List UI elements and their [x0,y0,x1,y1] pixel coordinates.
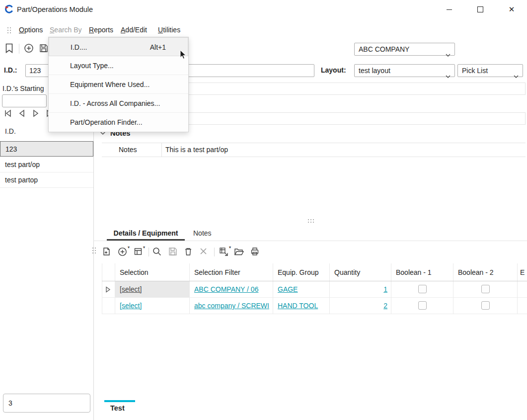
chevron-down-icon [446,70,451,82]
app-logo-icon [4,4,14,15]
new-record-icon [102,247,111,256]
toolbar-separator [149,248,149,256]
list-header: I.D. [5,127,16,135]
description-field[interactable] [146,83,526,95]
details-toolbar: ▾ ▾ ▾ [101,245,527,260]
dropdown-caret-icon: ▾ [229,245,231,250]
boolean-2-checkbox[interactable] [481,301,490,310]
close-button[interactable]: ✕ [500,0,523,19]
notes-row-label: Notes [119,146,137,154]
trash-icon [184,247,193,256]
list-item[interactable]: test partop [0,172,93,188]
nav-next-icon [31,108,41,118]
quantity-link[interactable]: 1 [334,285,387,293]
delete-button[interactable] [184,247,193,256]
minimize-icon [447,9,452,10]
bookmark-icon [5,43,13,53]
company-select-value: ABC COMPANY [359,45,409,53]
form-view-icon [134,247,143,256]
notes-row-value[interactable]: This is a test part/op [165,146,228,154]
nav-first-button[interactable] [3,108,13,118]
id-label: I.D.: [4,66,17,74]
menu-shortcut: Alt+1 [150,38,166,57]
quantity-link[interactable]: 2 [334,302,387,310]
menu-item-reports[interactable]: Reports [89,26,113,34]
menu-item-equipment-where-used[interactable]: Equipment Where Used... [49,75,188,94]
search-icon [152,247,161,256]
close-icon: ✕ [509,5,515,14]
list-item[interactable]: 123 [0,141,93,157]
maximize-button[interactable] [469,0,492,19]
part-operations-module-window: Part/Operations Module ✕ Options Search … [0,0,527,420]
select-link[interactable]: [select] [120,285,142,293]
boolean-2-checkbox[interactable] [481,285,490,293]
equip-group-link[interactable]: HAND TOOL [278,302,318,310]
boolean-1-checkbox[interactable] [418,301,427,310]
splitter-handle[interactable] [308,219,314,223]
company-select[interactable]: ABC COMPANY [354,43,455,56]
add-button[interactable] [24,43,34,53]
list-item[interactable]: test part/op [0,157,93,172]
tab-details-equipment[interactable]: Details / Equipment [107,227,185,240]
cancel-button[interactable] [199,247,208,255]
select-link[interactable]: [select] [120,302,142,310]
column-header-selection-filter[interactable]: Selection Filter [194,268,240,276]
starting-with-input[interactable] [2,94,47,107]
bookmark-button[interactable] [5,43,13,53]
menu-item-utilities[interactable]: Utilities [158,26,180,34]
nav-prev-button[interactable] [17,108,27,118]
selection-filter-link[interactable]: ABC COMPANY / 06 [194,285,258,293]
panel-divider[interactable] [93,123,94,420]
window-title: Part/Operations Module [17,5,93,13]
menu-item-options[interactable]: Options [19,26,43,34]
record-count-input[interactable]: 3 [3,394,90,413]
tab-test[interactable]: Test [110,404,125,412]
minimize-button[interactable] [438,0,460,19]
column-header-partial[interactable]: E [520,268,525,276]
row-expander-icon[interactable] [105,286,111,293]
layout-select[interactable]: test layout [354,64,455,77]
menu-item-label: I.D. - Across All Companies... [70,99,160,107]
notes-grid-row: Notes This is a test part/op [102,143,526,157]
open-button[interactable] [234,248,244,256]
save-icon [168,247,177,256]
save-button[interactable] [168,247,177,256]
menubar-grip-handle[interactable] [7,27,11,34]
details-toolbar-grip[interactable] [92,248,96,254]
equip-group-link[interactable]: GAGE [278,285,298,293]
picklist-select[interactable]: Pick List [457,64,523,77]
save-record-button[interactable] [39,44,48,53]
nav-next-button[interactable] [31,108,41,118]
add-record-button[interactable] [102,247,111,256]
print-button[interactable] [250,247,259,256]
maximize-icon [477,6,483,12]
tabs-underline [93,241,527,241]
tab-notes[interactable]: Notes [193,227,212,240]
selection-filter-link[interactable]: abc company / SCREWI [194,302,270,310]
add-circle-icon [24,43,34,53]
add-row-button[interactable]: ▾ [118,247,127,256]
menu-item-id[interactable]: I.D.... Alt+1 [49,37,188,56]
toolbar-separator [214,248,215,256]
nav-first-icon [3,108,13,118]
column-header-boolean-1[interactable]: Boolean - 1 [396,268,432,276]
menu-item-search-by[interactable]: Search By [50,26,82,34]
boolean-1-checkbox[interactable] [418,285,427,293]
menu-item-id-across-all-companies[interactable]: I.D. - Across All Companies... [49,94,188,113]
export-grid-button[interactable]: ▾ [219,247,228,256]
menu-item-add-edit[interactable]: Add/Edit [121,26,147,34]
column-header-selection[interactable]: Selection [120,268,149,276]
bottom-tab-indicator [104,400,135,402]
layout-select-value: test layout [359,67,390,75]
menu-item-part-operation-finder[interactable]: Part/Operation Finder... [49,113,188,132]
form-view-button[interactable]: ▾ [134,247,143,256]
cancel-x-icon [199,247,208,255]
column-header-quantity[interactable]: Quantity [334,268,360,276]
column-header-equip-group[interactable]: Equip. Group [278,268,319,276]
column-header-boolean-2[interactable]: Boolean - 2 [458,268,494,276]
search-button[interactable] [152,247,161,256]
menu-item-label: Part/Operation Finder... [70,118,143,126]
table-row: [select] ABC COMPANY / 06 GAGE 1 [102,281,527,297]
menu-item-layout-type[interactable]: Layout Type... [49,56,188,75]
export-grid-icon [219,247,228,256]
